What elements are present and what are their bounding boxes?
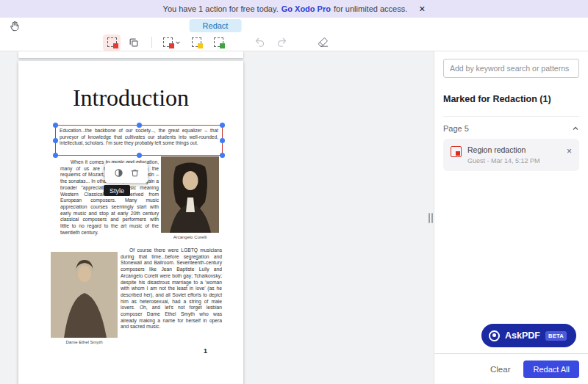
- clear-button[interactable]: Clear: [490, 365, 510, 374]
- banner-close-icon[interactable]: ×: [419, 4, 425, 14]
- workspace: Introduction Education...the backbone of…: [0, 51, 588, 384]
- selection-handle-e[interactable]: [220, 138, 225, 143]
- selection-handle-n[interactable]: [137, 123, 142, 128]
- page-group-header: Page 5: [443, 116, 579, 133]
- collapse-group-button[interactable]: [572, 125, 579, 132]
- document-title: Introduction: [18, 84, 243, 112]
- panel-resizer[interactable]: [427, 51, 434, 384]
- redact-region-button[interactable]: [161, 35, 183, 51]
- redact-all-button[interactable]: Redact All: [523, 361, 579, 378]
- eraser-icon: [318, 37, 329, 48]
- redact-style-yellow-button[interactable]: [187, 35, 205, 51]
- undo-button[interactable]: [251, 35, 268, 51]
- previous-page-edge: [18, 51, 243, 58]
- promo-message-prefix: You have 1 action for free today.: [163, 4, 279, 13]
- delete-button[interactable]: [130, 168, 140, 178]
- go-xodo-pro-link[interactable]: Go Xodo Pro: [282, 4, 331, 13]
- style-tooltip: Style: [104, 185, 130, 196]
- remove-redaction-icon[interactable]: ×: [567, 147, 572, 156]
- trash-icon: [130, 168, 140, 178]
- eraser-button[interactable]: [314, 35, 331, 51]
- style-icon: [114, 168, 123, 178]
- selection-handle-w[interactable]: [53, 138, 58, 143]
- redact-region-icon: [163, 37, 173, 47]
- redaction-item-body: Region redaction Guest - Mar 14, 5:12 PM: [467, 145, 561, 164]
- askpdf-button[interactable]: AskPDF BETA: [481, 324, 576, 347]
- document-viewer[interactable]: Introduction Education...the backbone of…: [0, 51, 427, 384]
- paragraph-column-2: Of course there were LGBTQ musicians dur…: [121, 247, 222, 330]
- corelli-portrait-image: [161, 156, 219, 233]
- redo-button[interactable]: [273, 35, 290, 51]
- askpdf-label: AskPDF: [505, 330, 540, 341]
- toolbar-divider: [151, 37, 152, 48]
- promo-message-suffix: for unlimited access.: [334, 4, 407, 13]
- region-redaction-icon: [451, 146, 462, 157]
- redaction-item-meta: Guest - Mar 14, 5:12 PM: [467, 157, 561, 164]
- pan-tool-button[interactable]: [4, 18, 25, 33]
- redaction-panel: Marked for Redaction (1) Page 5 Region r…: [434, 51, 588, 384]
- marked-paragraph: Education...the backbone of our society.…: [60, 128, 218, 153]
- page-number: 1: [204, 347, 207, 355]
- undo-icon: [254, 37, 265, 48]
- redact-mode-tab[interactable]: Redact: [190, 19, 242, 32]
- promo-message: You have 1 action for free today. Go Xod…: [163, 4, 408, 13]
- chevron-down-icon: [175, 40, 181, 46]
- redaction-item-title: Region redaction: [467, 145, 561, 154]
- style-button[interactable]: [114, 168, 123, 178]
- redaction-region-selection[interactable]: Education...the backbone of our society.…: [55, 125, 223, 156]
- mark-for-redaction-button[interactable]: [103, 35, 121, 51]
- redact-green-icon: [214, 37, 223, 47]
- askpdf-icon: [489, 330, 500, 341]
- redact-mark-icon: [107, 37, 117, 47]
- redact-style-green-button[interactable]: [209, 35, 227, 51]
- pdf-page[interactable]: Introduction Education...the backbone of…: [18, 61, 243, 384]
- panel-footer: Clear Redact All: [434, 353, 588, 384]
- redact-yellow-icon: [192, 37, 201, 47]
- redact-pages-button[interactable]: [125, 35, 143, 51]
- corelli-caption: Arcangelo Corelli: [161, 235, 219, 239]
- top-toolbar: Redact: [0, 18, 588, 34]
- annotation-popup: [105, 163, 148, 183]
- smyth-portrait-image: [51, 252, 118, 338]
- selection-handle-sw[interactable]: [53, 153, 58, 158]
- promo-banner: You have 1 action for free today. Go Xod…: [0, 0, 588, 18]
- chevron-up-icon: [572, 125, 579, 132]
- selection-handle-nw[interactable]: [53, 123, 58, 128]
- selection-handle-ne[interactable]: [220, 123, 225, 128]
- redaction-item-card[interactable]: Region redaction Guest - Mar 14, 5:12 PM…: [443, 139, 579, 171]
- pages-icon: [129, 37, 139, 48]
- selection-handle-se[interactable]: [220, 153, 225, 158]
- beta-badge: BETA: [545, 331, 567, 341]
- redaction-toolbar: [0, 34, 588, 51]
- resizer-grip-icon[interactable]: [429, 213, 433, 223]
- hand-icon: [10, 21, 21, 32]
- marked-for-redaction-heading: Marked for Redaction (1): [443, 94, 579, 104]
- keyword-search-input[interactable]: [443, 59, 579, 78]
- redo-icon: [276, 37, 287, 48]
- smyth-caption: Dame Ethel Smyth: [51, 340, 118, 344]
- selection-handle-s[interactable]: [137, 153, 142, 158]
- page-group-label: Page 5: [443, 124, 469, 133]
